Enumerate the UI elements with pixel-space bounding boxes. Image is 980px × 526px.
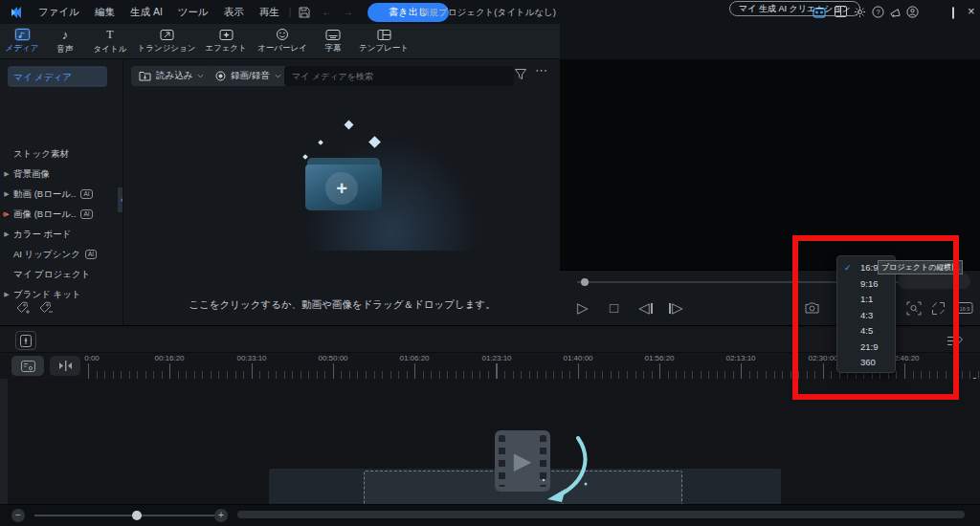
zoom-out-button[interactable]: − xyxy=(11,509,25,522)
panel-tabs: メディア ♪ 音声 T タイトル トランジション エフェクト オーバーレイ 字幕 xyxy=(0,24,560,59)
media-search-box[interactable] xyxy=(284,66,514,86)
ruler-label: 02:13:10 xyxy=(725,354,755,362)
ai-badge: AI xyxy=(80,209,92,219)
expand-arrow-icon[interactable]: ▶ xyxy=(0,170,13,178)
sidebar-item-color-board[interactable]: ▶カラー ボード xyxy=(0,225,122,244)
empty-state-text: ここをクリックするか、動画や画像をドラッグ＆ドロップします。 xyxy=(123,298,561,312)
media-library-panel: 読み込み 録画/録音 ⋯ + ここをクリックするか、動画や画像をドラッグ＆ドロッ… xyxy=(122,59,560,325)
overlay-smiley-icon xyxy=(276,28,289,41)
text-title-icon: T xyxy=(106,28,113,42)
help-icon[interactable]: ? xyxy=(872,6,884,18)
divider: | xyxy=(289,7,292,17)
expand-arrow-icon[interactable]: ▶ xyxy=(0,190,13,198)
ruler-label: 00:16:20 xyxy=(154,354,184,362)
menu-generative-ai[interactable]: 生成 AI xyxy=(122,6,170,19)
my-ai-creations-button[interactable]: マイ 生成 AI クリエーション xyxy=(729,3,860,15)
snap-to-playhead-button[interactable] xyxy=(50,356,80,376)
previous-frame-button[interactable]: ◁ xyxy=(638,299,653,317)
menu-file[interactable]: ファイル xyxy=(31,6,87,19)
tab-media[interactable]: メディア xyxy=(0,24,44,59)
chevron-down-icon xyxy=(197,74,204,78)
sidebar-item-video-broll[interactable]: ▶動画 (Bロール.. AI xyxy=(0,185,122,204)
tabstrip-spacer xyxy=(560,24,980,59)
expand-arrow-icon[interactable]: ▶ xyxy=(0,230,13,238)
window-maximize-button[interactable] xyxy=(952,8,954,18)
tab-templates[interactable]: テンプレート xyxy=(354,24,413,59)
media-icon xyxy=(14,28,31,41)
import-button[interactable]: 読み込み xyxy=(131,66,212,86)
sidebar-item-stock-media[interactable]: ストック素材 xyxy=(0,144,122,164)
template-icon xyxy=(377,29,391,41)
zoom-slider-track[interactable] xyxy=(34,515,216,516)
undo-icon[interactable]: ← xyxy=(322,7,331,17)
music-note-icon: ♪ xyxy=(62,28,69,42)
chevron-down-icon xyxy=(275,74,281,78)
menu-view[interactable]: 表示 xyxy=(216,6,252,19)
ruler-label: 00:50:00 xyxy=(318,354,347,362)
account-icon[interactable] xyxy=(906,6,919,18)
filter-icon[interactable] xyxy=(514,68,527,81)
timeline-horizontal-scrollbar[interactable] xyxy=(237,511,965,518)
tab-effects[interactable]: エフェクト xyxy=(199,24,253,59)
svg-text:16:9: 16:9 xyxy=(960,306,970,312)
ruler-label: 0:00 xyxy=(84,354,100,362)
playhead-handle[interactable] xyxy=(581,278,589,286)
ruler-label: 01:40:00 xyxy=(563,354,592,362)
menu-edit[interactable]: 編集 xyxy=(87,6,122,19)
ai-badge: AI xyxy=(80,189,92,199)
tab-titles[interactable]: T タイトル xyxy=(86,24,134,59)
notifications-icon[interactable] xyxy=(889,6,902,18)
subtitle-icon xyxy=(325,29,341,41)
ruler-label: 01:23:10 xyxy=(481,354,511,362)
project-title: 新規プロジェクト(タイトルなし) xyxy=(383,0,593,24)
sidebar-item-my-projects[interactable]: マイ プロジェクト xyxy=(0,265,122,284)
notification-dot xyxy=(3,212,7,216)
sidebar-item-background-images[interactable]: ▶背景画像 xyxy=(0,164,122,184)
menu-playback[interactable]: 再生 xyxy=(252,6,287,19)
ai-badge: AI xyxy=(85,250,97,259)
window-close-button[interactable]: × xyxy=(968,5,975,17)
next-frame-button[interactable]: ▷ xyxy=(669,299,683,317)
tab-subtitles[interactable]: 字幕 xyxy=(312,24,354,59)
add-tag-icon[interactable] xyxy=(15,300,30,315)
remove-tag-icon[interactable] xyxy=(38,300,53,315)
add-media-plus-icon[interactable]: + xyxy=(325,172,358,205)
transition-icon xyxy=(160,29,174,41)
more-options-icon[interactable]: ⋯ xyxy=(535,63,548,77)
save-icon[interactable] xyxy=(299,7,310,18)
record-icon xyxy=(215,71,226,81)
app-logo-icon xyxy=(8,6,25,19)
zoom-in-button[interactable]: + xyxy=(214,509,228,522)
search-input[interactable] xyxy=(284,66,514,86)
screen-record-button[interactable] xyxy=(11,356,44,376)
effects-icon xyxy=(219,29,234,41)
ruler-label: 01:56:20 xyxy=(644,354,674,362)
render-settings-icon[interactable] xyxy=(15,331,36,350)
sidebar-item-ai-lipsync[interactable]: AI リップシンク AI xyxy=(0,245,122,264)
tab-audio[interactable]: ♪ 音声 xyxy=(44,24,86,59)
tab-transitions[interactable]: トランジション xyxy=(134,24,199,59)
media-sidebar: マイ メディア ストック素材 ▶背景画像 ▶動画 (Bロール.. AI ▶画像 … xyxy=(0,59,122,325)
drag-hint-arrow xyxy=(540,434,597,509)
redo-icon[interactable]: → xyxy=(343,7,352,17)
timeline-bottom-bar: − + xyxy=(0,504,980,526)
app-window: ファイル 編集 生成 AI ツール 表示 再生 | ← → 書き出し 新規プロジ… xyxy=(0,0,980,526)
expand-arrow-icon[interactable]: ▶ xyxy=(0,291,13,298)
play-button[interactable]: ▷ xyxy=(577,299,589,317)
ruler-label: 00:33:10 xyxy=(236,354,266,362)
record-button[interactable]: 録画/録音 xyxy=(208,66,289,86)
track-gutter xyxy=(0,379,8,504)
ruler-label: 01:06:20 xyxy=(399,354,429,362)
svg-text:?: ? xyxy=(876,8,880,16)
menu-tools[interactable]: ツール xyxy=(170,6,216,19)
zoom-slider-handle[interactable] xyxy=(132,511,142,520)
import-folder-icon xyxy=(139,71,151,81)
sidebar-item-my-media[interactable]: マイ メディア xyxy=(0,68,122,87)
highlight-rectangle xyxy=(792,235,959,400)
sidebar-item-image-broll[interactable]: ▶画像 (Bロール.. AI xyxy=(0,205,122,224)
tab-overlay[interactable]: オーバーレイ xyxy=(253,24,312,59)
stop-button[interactable]: □ xyxy=(610,299,618,316)
